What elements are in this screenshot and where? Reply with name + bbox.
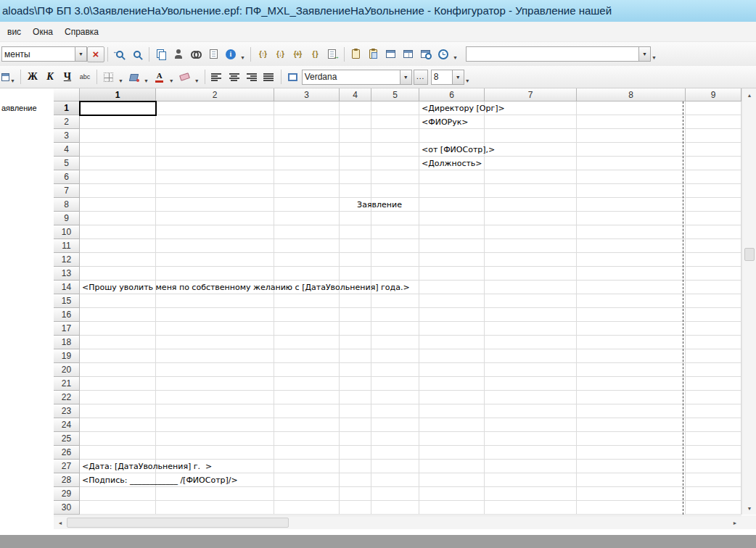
grid-cell[interactable] [156, 404, 274, 418]
grid-cell[interactable] [577, 308, 686, 322]
grid-cell[interactable] [156, 487, 274, 501]
grid-cell[interactable] [156, 212, 274, 225]
text-case-button[interactable]: abc [76, 69, 94, 85]
grid-cell[interactable] [419, 487, 485, 501]
row-header[interactable]: 9 [54, 212, 80, 225]
column-header[interactable]: 9 [686, 88, 741, 101]
grid-cell[interactable] [485, 501, 577, 515]
grid-cell[interactable] [485, 157, 577, 170]
grid-cell[interactable] [274, 101, 340, 115]
eraser-button[interactable] [176, 69, 194, 85]
column-header[interactable]: 5 [371, 88, 419, 101]
grid-cell[interactable] [156, 198, 274, 212]
row-header[interactable]: 27 [54, 460, 80, 473]
grid-cell[interactable] [371, 487, 419, 501]
find-previous-button[interactable]: ← [111, 46, 128, 62]
chevron-down-icon[interactable]: ▼ [452, 70, 464, 84]
grid-cell[interactable] [485, 391, 577, 404]
row-header[interactable]: 22 [54, 391, 80, 404]
grid-cell[interactable] [485, 115, 577, 129]
grid-cell[interactable] [80, 501, 156, 515]
grid-cell[interactable] [156, 473, 274, 487]
grid-cell[interactable] [419, 198, 485, 212]
grid-cell[interactable] [419, 391, 485, 404]
column-header[interactable]: 3 [274, 88, 340, 101]
row-header[interactable]: 26 [54, 446, 80, 460]
row-header[interactable]: 17 [54, 322, 80, 336]
performance-timer-button[interactable] [435, 46, 452, 62]
grid-cell[interactable] [419, 184, 485, 198]
grid-cell[interactable] [156, 101, 274, 115]
grid-cell[interactable] [371, 170, 419, 184]
row-header[interactable]: 6 [54, 170, 80, 184]
underline-button[interactable]: Ч [59, 69, 76, 85]
grid-cell[interactable] [577, 322, 686, 336]
grid-cell[interactable] [686, 404, 741, 418]
grid-cell[interactable] [419, 143, 485, 157]
row-header[interactable]: 13 [54, 267, 80, 281]
grid-cell[interactable] [485, 170, 577, 184]
find-button[interactable] [128, 46, 146, 62]
grid-cell[interactable] [156, 239, 274, 253]
grid-cell[interactable] [274, 418, 340, 432]
info-button[interactable]: i [222, 46, 239, 62]
grid-cell[interactable] [485, 322, 577, 336]
scroll-down-icon[interactable]: ▼ [742, 502, 756, 515]
grid-cell[interactable] [371, 418, 419, 432]
grid-cell[interactable] [371, 432, 419, 446]
font-color-button[interactable]: А [151, 69, 168, 85]
grid-cell[interactable] [686, 349, 741, 363]
grid-cell[interactable] [485, 460, 577, 473]
grid-cell[interactable] [340, 129, 371, 143]
grid-cell[interactable] [686, 115, 741, 129]
grid-cell[interactable] [340, 281, 371, 294]
horizontal-scrollbar[interactable]: ◄ ► [54, 515, 741, 529]
grid-cell[interactable] [156, 336, 274, 349]
font-more-button[interactable]: ... [414, 70, 428, 85]
grid-cell[interactable] [485, 404, 577, 418]
font-size-combo[interactable]: 8 ▼ [431, 70, 464, 85]
grid-cell[interactable] [371, 267, 419, 281]
new-procedure-button[interactable]: {+} [289, 46, 306, 62]
grid-cell[interactable] [577, 101, 686, 115]
grid-cell[interactable] [686, 281, 741, 294]
grid-cell[interactable] [274, 225, 340, 239]
grid-cell[interactable] [80, 281, 156, 294]
grid-cell[interactable] [485, 473, 577, 487]
grid-cell[interactable] [340, 336, 371, 349]
grid-cell[interactable] [274, 115, 340, 129]
paste-fragment-button[interactable] [365, 46, 382, 62]
search-combo[interactable]: ▼ [466, 46, 651, 62]
row-header[interactable]: 5 [54, 157, 80, 170]
grid-cell[interactable] [485, 267, 577, 281]
clipboard-button[interactable] [348, 46, 365, 62]
grid-cell[interactable] [577, 336, 686, 349]
grid-cell[interactable] [686, 432, 741, 446]
grid-cell[interactable] [80, 391, 156, 404]
syntax-check-button[interactable] [205, 46, 222, 62]
grid-cell[interactable] [274, 129, 340, 143]
grid-cell[interactable] [419, 404, 485, 418]
grid-cell[interactable] [80, 115, 156, 129]
grid-cell[interactable] [156, 432, 274, 446]
grid-cell[interactable] [80, 363, 156, 377]
grid-cell[interactable] [80, 336, 156, 349]
scroll-right-icon[interactable]: ► [728, 516, 741, 530]
grid-cell[interactable] [274, 349, 340, 363]
grid-cell[interactable] [577, 157, 686, 170]
previous-procedure-button[interactable]: {↑} [254, 46, 271, 62]
grid-cell[interactable] [686, 267, 741, 281]
chevron-down-icon[interactable]: ▼ [453, 55, 458, 60]
grid-cell[interactable] [340, 363, 371, 377]
grid-cell[interactable] [419, 349, 485, 363]
column-header[interactable]: 2 [156, 88, 274, 101]
grid-cell[interactable] [577, 115, 686, 129]
chevron-down-icon[interactable]: ▼ [144, 78, 149, 83]
grid-cell[interactable] [485, 253, 577, 267]
clipped-button[interactable] [1, 73, 9, 81]
grid-cell[interactable] [274, 281, 340, 294]
grid-cell[interactable] [485, 129, 577, 143]
grid-cell[interactable] [340, 432, 371, 446]
grid-cell[interactable] [686, 184, 741, 198]
grid-cell[interactable] [485, 294, 577, 308]
